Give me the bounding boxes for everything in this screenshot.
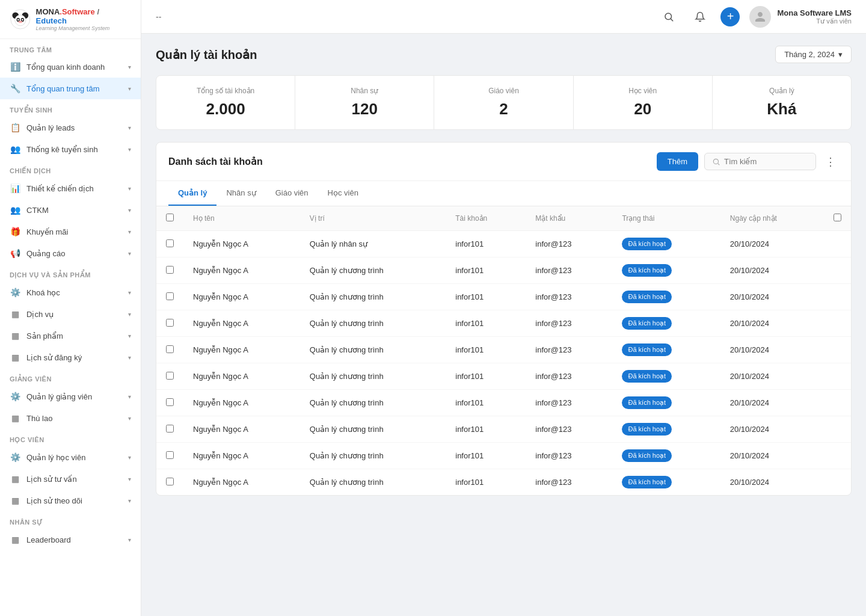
sidebar-label: Lịch sử theo dõi xyxy=(26,496,82,505)
row-name: Nguyễn Ngọc A xyxy=(183,284,300,310)
status-badge: Đã kích hoạt xyxy=(622,370,672,383)
sidebar-item-khoa-hoc[interactable]: ⚙️ Khoá học ▾ xyxy=(0,282,141,303)
sidebar-item-quan-ly-giang-vien[interactable]: ⚙️ Quản lý giảng viên ▾ xyxy=(0,386,141,407)
svg-point-8 xyxy=(18,21,22,23)
chevron-down-icon: ▾ xyxy=(128,415,131,422)
chevron-down-icon: ▾ xyxy=(128,476,131,482)
row-checkbox[interactable] xyxy=(166,266,174,274)
row-account: infor101 xyxy=(446,310,526,337)
sidebar-item-quan-ly-leads[interactable]: 📋 Quản lý leads ▾ xyxy=(0,117,141,138)
th-checkbox-end[interactable] xyxy=(834,214,841,221)
status-badge: Đã kích hoạt xyxy=(622,476,672,488)
sidebar-item-quang-cao[interactable]: 📢 Quảng cáo ▾ xyxy=(0,242,141,264)
row-checkbox[interactable] xyxy=(166,292,174,300)
sidebar-item-thu-lao[interactable]: ▦ Thù lao ▾ xyxy=(0,407,141,429)
stat-label: Nhân sự xyxy=(307,87,422,95)
tab-nhan-su[interactable]: Nhân sự xyxy=(216,181,265,206)
account-table: Họ tên Vị trí Tài khoản Mật khẩu Trạng t… xyxy=(156,206,851,495)
table-row: Nguyễn Ngọc A Quản lý chương trình infor… xyxy=(156,416,851,443)
sidebar-item-quan-ly-hoc-vien[interactable]: ⚙️ Quản lý học viên ▾ xyxy=(0,446,141,468)
row-checkbox[interactable] xyxy=(166,239,174,247)
row-checkbox[interactable] xyxy=(166,319,174,327)
sidebar-item-lich-su-tu-van[interactable]: ▦ Lịch sử tư vấn ▾ xyxy=(0,468,141,490)
row-status: Đã kích hoạt xyxy=(612,257,720,284)
breadcrumb: -- xyxy=(156,12,161,22)
table-row: Nguyễn Ngọc A Quản lý chương trình infor… xyxy=(156,337,851,363)
row-position: Quản lý chương trình xyxy=(300,390,446,416)
sidebar-item-khuyen-mai[interactable]: 🎁 Khuyến mãi ▾ xyxy=(0,221,141,242)
select-all-checkbox[interactable] xyxy=(166,214,174,221)
svg-point-7 xyxy=(22,19,23,21)
row-checkbox-cell xyxy=(156,390,183,416)
row-status: Đã kích hoạt xyxy=(612,310,720,337)
sidebar-item-tong-quan-kinh-doanh[interactable]: ℹ️ Tổng quan kinh doanh ▾ xyxy=(0,56,141,78)
row-status: Đã kích hoạt xyxy=(612,337,720,363)
brand-dot-soft: .Software xyxy=(60,7,95,16)
grid-icon: ▦ xyxy=(10,413,20,424)
sidebar-item-lich-su-dang-ky[interactable]: ▦ Lịch sử đăng ký ▾ xyxy=(0,346,141,368)
row-checkbox-cell xyxy=(156,443,183,469)
section-label-nhan-su: Nhân sự xyxy=(0,511,141,529)
row-account: infor101 xyxy=(446,390,526,416)
account-list-section: Danh sách tài khoản Thêm ⋮ Quản lý Nhân … xyxy=(156,142,852,496)
brand-mona: MONA xyxy=(36,7,60,16)
add-button[interactable]: + xyxy=(720,7,740,26)
th-trang-thai: Trạng thái xyxy=(612,206,720,231)
search-input[interactable] xyxy=(724,157,808,166)
sidebar-item-tong-quan-trung-tam[interactable]: 🔧 Tổng quan trung tâm ▾ xyxy=(0,78,141,99)
sidebar-label: Lịch sử tư vấn xyxy=(26,475,77,484)
stat-label: Tổng số tài khoản xyxy=(168,87,283,95)
brand-text: MONA.Software / Edutech Learning Managem… xyxy=(36,7,131,31)
row-checkbox[interactable] xyxy=(166,425,174,433)
chevron-down-icon: ▾ xyxy=(128,146,131,153)
sidebar-item-san-pham[interactable]: ▦ Sản phẩm ▾ xyxy=(0,325,141,346)
notification-button[interactable] xyxy=(689,6,711,28)
row-status: Đã kích hoạt xyxy=(612,363,720,390)
table-row: Nguyễn Ngọc A Quản lý chương trình infor… xyxy=(156,310,851,337)
row-account: infor101 xyxy=(446,231,526,257)
sidebar-label: Quản lý giảng viên xyxy=(26,392,92,401)
stat-value: 2 xyxy=(446,100,560,119)
more-options-button[interactable]: ⋮ xyxy=(822,153,839,170)
row-password: infor@123 xyxy=(526,284,612,310)
row-checkbox-cell xyxy=(156,257,183,284)
sidebar-label: Khuyến mãi xyxy=(26,227,68,236)
status-badge: Đã kích hoạt xyxy=(622,238,672,250)
sidebar-item-dich-vu[interactable]: ▦ Dịch vụ ▾ xyxy=(0,303,141,325)
row-checkbox[interactable] xyxy=(166,478,174,485)
svg-point-9 xyxy=(665,13,672,20)
chevron-down-icon: ▾ xyxy=(128,354,131,361)
row-checkbox[interactable] xyxy=(166,345,174,353)
row-checkbox[interactable] xyxy=(166,451,174,459)
add-account-button[interactable]: Thêm xyxy=(657,152,698,171)
sidebar-item-thiet-ke-chien-dich[interactable]: 📊 Thiết kế chiến dịch ▾ xyxy=(0,177,141,199)
row-checkbox-cell xyxy=(156,231,183,257)
grid-icon: ▦ xyxy=(10,534,20,545)
row-action-cell xyxy=(824,310,851,337)
th-action xyxy=(824,206,851,231)
stat-giao-vien: Giáo viên 2 xyxy=(434,76,573,129)
search-box xyxy=(704,153,816,170)
row-checkbox[interactable] xyxy=(166,398,174,406)
row-checkbox[interactable] xyxy=(166,372,174,380)
status-badge: Đã kích hoạt xyxy=(622,343,672,356)
sidebar-item-thong-ke-tuyen-sinh[interactable]: 👥 Thống kê tuyển sinh ▾ xyxy=(0,138,141,160)
row-status: Đã kích hoạt xyxy=(612,416,720,443)
row-status: Đã kích hoạt xyxy=(612,231,720,257)
tab-giao-vien[interactable]: Giáo viên xyxy=(266,181,318,206)
search-button[interactable] xyxy=(658,6,680,28)
sidebar-item-ctkm[interactable]: 👥 CTKM ▾ xyxy=(0,199,141,221)
sidebar-item-lich-su-theo-doi[interactable]: ▦ Lịch sử theo dõi ▾ xyxy=(0,490,141,511)
row-position: Quản lý chương trình xyxy=(300,284,446,310)
sidebar-label: Thù lao xyxy=(26,414,52,423)
sidebar-item-leaderboard[interactable]: ▦ Leaderboard ▾ xyxy=(0,529,141,550)
tab-quan-ly[interactable]: Quản lý xyxy=(168,181,216,206)
sidebar-label: Lịch sử đăng ký xyxy=(26,353,82,362)
tab-hoc-vien[interactable]: Học viên xyxy=(318,181,368,206)
user-profile[interactable]: Mona Software LMS Tư vấn viên xyxy=(749,6,852,28)
month-selector[interactable]: Tháng 2, 2024 ▾ xyxy=(775,46,852,63)
row-updated: 20/10/2024 xyxy=(720,257,824,284)
row-updated: 20/10/2024 xyxy=(720,310,824,337)
grid-icon: ▦ xyxy=(10,495,20,506)
row-name: Nguyễn Ngọc A xyxy=(183,416,300,443)
